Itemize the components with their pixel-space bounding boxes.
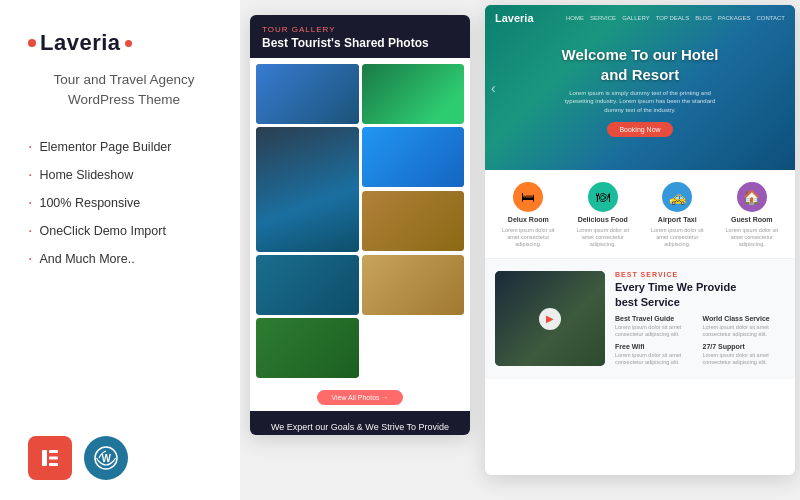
logo-dot-right [125, 40, 132, 47]
service-feature: Best Travel Guide Lorem ipsum dolor sit … [615, 315, 698, 338]
gallery-image [256, 255, 359, 315]
features-list: ·Elementor Page Builder ·Home Slideshow … [28, 133, 220, 273]
feature-desc: Lorem ipsum dolor sit amet consectetur a… [615, 324, 698, 338]
nav-link: GALLERY [622, 15, 650, 21]
gallery-footer: We Expert our Goals & We Strive To Provi… [250, 411, 470, 435]
svg-rect-0 [42, 450, 47, 466]
wordpress-icon: W [84, 436, 128, 480]
elementor-icon [28, 436, 72, 480]
bullet-icon: · [28, 139, 32, 155]
feature-desc: Lorem ipsum dolor sit amet consectetur a… [703, 352, 786, 366]
service-image: ▶ [495, 271, 605, 366]
list-item: ·OneClick Demo Import [28, 217, 220, 245]
nav-link: HOME [566, 15, 584, 21]
service-desc: Lorem ipsum dolor sit amet consectetur a… [647, 227, 707, 248]
service-name: Guest Room [731, 216, 773, 223]
footer-text: We Expert our Goals & We Strive To Provi… [262, 421, 458, 435]
svg-rect-1 [49, 450, 58, 453]
svg-text:W: W [102, 453, 112, 464]
service-name: Delux Room [508, 216, 549, 223]
nav-link: PACKAGES [718, 15, 751, 21]
bullet-icon: · [28, 223, 32, 239]
logo-text: Laveria [40, 30, 121, 56]
service-item: 🍽 Delicious Food Lorem ipsum dolor sit a… [573, 182, 633, 248]
booking-button[interactable]: Booking Now [607, 122, 672, 137]
hotel-mockup: Laveria HOME SERVICE GALLERY TOP DEALS B… [485, 5, 795, 475]
svg-rect-3 [49, 463, 58, 466]
gallery-header: Tour Gallery Best Tourist's Shared Photo… [250, 15, 470, 58]
feature-title: 27/7 Support [703, 343, 786, 350]
gallery-title: Best Tourist's Shared Photos [262, 36, 458, 50]
service-feature: Free Wifi Lorem ipsum dolor sit amet con… [615, 343, 698, 366]
service-feature: World Class Service Lorem ipsum dolor si… [703, 315, 786, 338]
feature-title: Free Wifi [615, 343, 698, 350]
service-title: Every Time We Providebest Service [615, 280, 785, 309]
right-section: Tour Gallery Best Tourist's Shared Photo… [240, 0, 800, 500]
services-section: 🛏 Delux Room Lorem ipsum dolor sit amet … [485, 170, 795, 259]
gallery-grid [250, 58, 470, 384]
gallery-image [362, 127, 465, 188]
delux-room-icon: 🛏 [513, 182, 543, 212]
gallery-image [256, 64, 359, 124]
service-item: 🛏 Delux Room Lorem ipsum dolor sit amet … [498, 182, 558, 248]
bottom-icons: W [28, 436, 220, 480]
feature-title: World Class Service [703, 315, 786, 322]
feature-desc: Lorem ipsum dolor sit amet consectetur a… [703, 324, 786, 338]
bullet-icon: · [28, 251, 32, 267]
hero-content: Welcome To our Hoteland Resort Lorem ips… [485, 31, 795, 137]
gallery-image [362, 64, 465, 124]
list-item: ·Home Slideshow [28, 161, 220, 189]
nav-links: HOME SERVICE GALLERY TOP DEALS BLOG PACK… [566, 15, 785, 21]
nav-link: SERVICE [590, 15, 616, 21]
gallery-image [256, 318, 359, 378]
feature-label: Home Slideshow [39, 168, 133, 182]
bullet-icon: · [28, 195, 32, 211]
gallery-image [362, 191, 465, 252]
service-items: Best Travel Guide Lorem ipsum dolor sit … [615, 315, 785, 367]
service-item: 🚕 Airport Taxi Lorem ipsum dolor sit ame… [647, 182, 707, 248]
play-button[interactable]: ▶ [539, 308, 561, 330]
hero-subtitle: Lorem ipsum is simply dummy text of the … [501, 89, 779, 114]
gallery-button-row: View All Photos → [250, 384, 470, 411]
service-desc: Lorem ipsum dolor sit amet consectetur a… [573, 227, 633, 248]
logo: Laveria [28, 30, 220, 56]
feature-title: Best Travel Guide [615, 315, 698, 322]
food-icon: 🍽 [588, 182, 618, 212]
hotel-logo: Laveria [495, 12, 534, 24]
nav-link: TOP DEALS [656, 15, 689, 21]
view-all-button[interactable]: View All Photos → [317, 390, 402, 405]
gallery-sub-label: Tour Gallery [262, 25, 458, 34]
guest-room-icon: 🏠 [737, 182, 767, 212]
list-item: ·And Much More.. [28, 245, 220, 273]
list-item: ·Elementor Page Builder [28, 133, 220, 161]
service-desc: Lorem ipsum dolor sit amet consectetur a… [722, 227, 782, 248]
service-feature: 27/7 Support Lorem ipsum dolor sit amet … [703, 343, 786, 366]
service-name: Airport Taxi [658, 216, 697, 223]
list-item: ·100% Responsive [28, 189, 220, 217]
nav-link: BLOG [695, 15, 712, 21]
hotel-navbar: Laveria HOME SERVICE GALLERY TOP DEALS B… [485, 5, 795, 31]
bullet-icon: · [28, 167, 32, 183]
feature-label: OneClick Demo Import [39, 224, 165, 238]
prev-arrow-icon[interactable]: ‹ [491, 80, 496, 96]
service-item: 🏠 Guest Room Lorem ipsum dolor sit amet … [722, 182, 782, 248]
hero-title: Welcome To our Hoteland Resort [501, 45, 779, 84]
service-desc: Lorem ipsum dolor sit amet consectetur a… [498, 227, 558, 248]
nav-link: CONTACT [756, 15, 785, 21]
tagline: Tour and Travel AgencyWordPress Theme [28, 70, 220, 111]
feature-label: Elementor Page Builder [39, 140, 171, 154]
service-label: BEST SERVICE [615, 271, 785, 278]
feature-label: And Much More.. [39, 252, 134, 266]
feature-desc: Lorem ipsum dolor sit amet consectetur a… [615, 352, 698, 366]
logo-dot-left [28, 39, 36, 47]
feature-label: 100% Responsive [39, 196, 140, 210]
left-panel: Laveria Tour and Travel AgencyWordPress … [0, 0, 240, 500]
service-name: Delicious Food [578, 216, 628, 223]
gallery-image [256, 127, 359, 252]
best-service-section: ▶ BEST SERVICE Every Time We Providebest… [485, 259, 795, 378]
service-content: BEST SERVICE Every Time We Providebest S… [615, 271, 785, 366]
hero-section: Laveria HOME SERVICE GALLERY TOP DEALS B… [485, 5, 795, 170]
taxi-icon: 🚕 [662, 182, 692, 212]
svg-rect-2 [49, 457, 58, 460]
gallery-image [362, 255, 465, 315]
